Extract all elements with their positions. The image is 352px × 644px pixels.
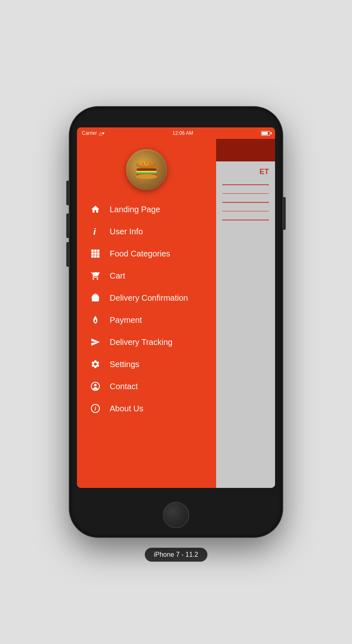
- svg-rect-19: [97, 255, 99, 258]
- svg-rect-17: [91, 255, 94, 258]
- nav-item-delivery-confirmation[interactable]: Delivery Confirmation: [77, 287, 216, 309]
- nav-label-contact: Contact: [110, 382, 138, 391]
- svg-text:i: i: [95, 405, 97, 412]
- nav-label-cart: Cart: [110, 271, 125, 281]
- svg-rect-16: [97, 252, 99, 255]
- nav-label-about-us: About Us: [110, 404, 143, 413]
- nav-label-user-info: User Info: [110, 227, 143, 236]
- screen: Carrier △♥ 12:06 AM: [77, 127, 275, 488]
- nav-label-settings: Settings: [110, 360, 139, 369]
- time-label: 12:06 AM: [172, 130, 193, 136]
- content-title: ET: [220, 168, 271, 176]
- svg-rect-7: [136, 172, 157, 174]
- cart-icon: [89, 270, 102, 282]
- nav-item-about-us[interactable]: i About Us: [77, 397, 216, 420]
- nav-item-cart[interactable]: Cart: [77, 265, 216, 287]
- burger-logo-icon: [134, 161, 159, 179]
- nav-label-delivery-confirmation: Delivery Confirmation: [110, 293, 188, 303]
- svg-point-2: [142, 162, 144, 164]
- battery-icon: [261, 131, 270, 136]
- nav-label-landing-page: Landing Page: [110, 205, 160, 214]
- nav-label-food-categories: Food Categories: [110, 249, 170, 259]
- svg-rect-15: [94, 252, 97, 255]
- nav-label-payment: Payment: [110, 315, 142, 325]
- nav-label-delivery-tracking: Delivery Tracking: [110, 338, 172, 347]
- svg-rect-18: [94, 255, 97, 258]
- svg-point-9: [136, 174, 157, 179]
- contact-icon: [89, 380, 102, 392]
- nav-item-food-categories[interactable]: Food Categories: [77, 243, 216, 265]
- svg-rect-5: [137, 168, 156, 171]
- grid-icon: [89, 247, 102, 260]
- svg-rect-12: [94, 249, 97, 252]
- content-line-5: [222, 220, 269, 220]
- about-icon: i: [89, 402, 102, 415]
- nav-item-delivery-tracking[interactable]: Delivery Tracking: [77, 331, 216, 353]
- status-bar: Carrier △♥ 12:06 AM: [77, 127, 275, 139]
- nav-item-settings[interactable]: Settings: [77, 353, 216, 375]
- nav-item-user-info[interactable]: i User Info: [77, 220, 216, 243]
- carrier-label: Carrier: [82, 130, 97, 136]
- fire-icon: [89, 314, 102, 326]
- svg-point-3: [146, 161, 148, 163]
- svg-point-4: [149, 162, 151, 164]
- device-label: iPhone 7 - 11.2: [145, 548, 208, 562]
- content-line-3: [222, 202, 269, 203]
- content-panel: ET: [216, 139, 275, 488]
- scene: Carrier △♥ 12:06 AM: [0, 0, 352, 644]
- content-line-2: [222, 193, 269, 194]
- gear-icon: [89, 358, 102, 370]
- phone-shell: Carrier △♥ 12:06 AM: [70, 107, 282, 537]
- basket-icon: [89, 292, 102, 304]
- svg-rect-11: [91, 249, 94, 252]
- content-header: [216, 139, 275, 161]
- nav-item-landing-page[interactable]: Landing Page: [77, 198, 216, 220]
- content-body: ET: [216, 161, 275, 235]
- nav-item-contact[interactable]: Contact: [77, 375, 216, 397]
- info-icon: i: [89, 225, 102, 238]
- content-line-1: [222, 184, 269, 185]
- send-icon: [89, 336, 102, 348]
- carrier-info: Carrier △♥: [82, 130, 104, 136]
- svg-point-26: [94, 384, 97, 386]
- svg-rect-6: [136, 171, 157, 172]
- svg-rect-13: [97, 249, 99, 252]
- battery-fill: [262, 132, 268, 135]
- content-line-4: [222, 211, 269, 212]
- home-icon: [89, 203, 102, 215]
- svg-text:i: i: [93, 227, 96, 236]
- sidebar: Landing Page i User Info: [77, 139, 216, 488]
- svg-rect-14: [91, 252, 94, 255]
- home-button[interactable]: [163, 502, 189, 528]
- logo-circle: [126, 149, 167, 190]
- logo-area: [77, 139, 216, 198]
- nav-item-payment[interactable]: Payment: [77, 309, 216, 331]
- wifi-icon: △♥: [99, 131, 105, 136]
- app-body: Landing Page i User Info: [77, 139, 275, 488]
